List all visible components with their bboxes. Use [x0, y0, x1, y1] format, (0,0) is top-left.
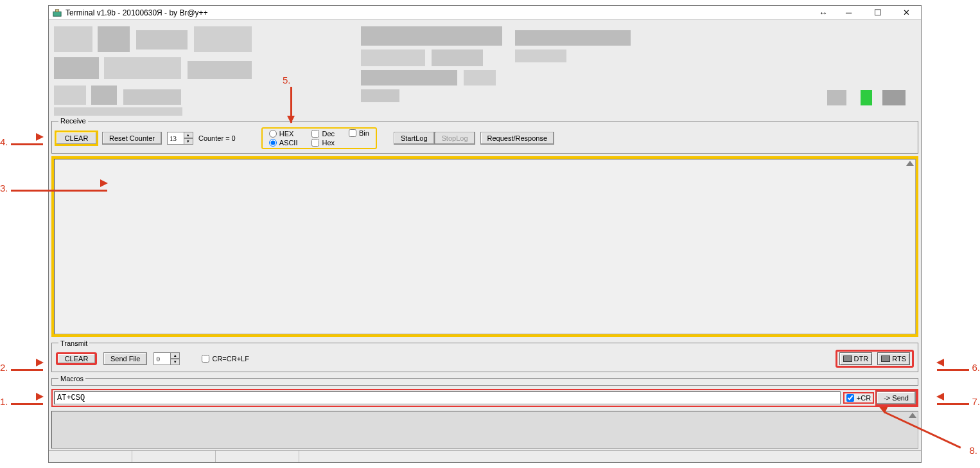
close-button[interactable]: ✕	[892, 6, 921, 20]
maximize-button[interactable]: ☐	[863, 6, 892, 20]
receive-group: Receive CLEAR Reset Counter ▴ ▾ Counter …	[51, 117, 918, 154]
annot-3: 3.	[0, 183, 8, 194]
annot-2: 2.	[0, 362, 8, 373]
svg-rect-0	[53, 12, 61, 16]
tx-scroll-up-icon[interactable]	[909, 413, 916, 418]
top-settings-panel	[49, 20, 921, 116]
send-delay-input[interactable]	[153, 352, 170, 365]
annot-7: 7.	[972, 396, 980, 407]
counter-spin-input[interactable]	[167, 132, 184, 145]
counter-spin-down[interactable]: ▾	[184, 138, 193, 145]
stoplog-button: StopLog	[435, 132, 475, 145]
transmit-textarea[interactable]	[51, 411, 918, 449]
receive-format-group: HEX ASCII Dec Hex Bin	[261, 127, 377, 149]
receive-textarea[interactable]	[54, 159, 916, 334]
transmit-group: Transmit CLEAR Send File ▴ ▾ CR=CR+LF DT…	[51, 339, 918, 372]
cr-crlf-check[interactable]: CR=CR+LF	[202, 355, 249, 363]
check-dec[interactable]: Dec	[311, 130, 335, 138]
command-input[interactable]	[54, 392, 841, 404]
counter-spin-up[interactable]: ▴	[184, 132, 193, 138]
rts-led-icon	[881, 356, 890, 362]
send-delay-down[interactable]: ▾	[170, 359, 180, 365]
send-delay-up[interactable]: ▴	[170, 352, 180, 359]
titlebar: Terminal v1.9b - 20100630Я - by Br@y++ ↔…	[49, 6, 921, 20]
send-button[interactable]: -> Send	[877, 392, 916, 404]
app-icon	[53, 8, 62, 17]
transmit-clear-button[interactable]: CLEAR	[56, 352, 97, 365]
reset-counter-button[interactable]: Reset Counter	[102, 132, 162, 145]
cr-append-check[interactable]: +CR	[844, 393, 873, 402]
annot-4: 4.	[0, 136, 8, 147]
counter-spin[interactable]: ▴ ▾	[167, 132, 193, 145]
transmit-text-wrap	[51, 411, 918, 449]
macros-group: Macros	[51, 375, 918, 386]
request-response-button[interactable]: Request/Response	[480, 132, 555, 145]
rts-button[interactable]: RTS	[877, 352, 910, 365]
dtr-button[interactable]: DTR	[839, 352, 873, 365]
counter-value-label: Counter = 0	[198, 134, 236, 142]
radio-ascii[interactable]: ASCII	[269, 139, 298, 147]
minimize-button[interactable]: ─	[834, 6, 863, 20]
transmit-legend: Transmit	[58, 339, 89, 347]
radio-hex[interactable]: HEX	[269, 130, 298, 138]
receive-legend: Receive	[58, 117, 88, 125]
send-file-button[interactable]: Send File	[103, 352, 147, 365]
check-bin[interactable]: Bin	[349, 129, 369, 137]
annot-8: 8.	[969, 445, 977, 456]
receive-text-wrap	[51, 156, 918, 336]
receive-clear-button[interactable]: CLEAR	[56, 132, 97, 145]
dtr-led-icon	[843, 356, 852, 362]
check-hex[interactable]: Hex	[311, 139, 335, 147]
scroll-up-icon[interactable]	[906, 161, 914, 166]
command-row: +CR -> Send	[51, 389, 918, 407]
send-delay-spin[interactable]: ▴ ▾	[153, 352, 180, 365]
annot-1: 1.	[0, 396, 8, 407]
statusbar	[49, 450, 921, 462]
startlog-button[interactable]: StartLog	[394, 132, 435, 145]
resize-icon: ↔	[819, 8, 828, 18]
macros-legend: Macros	[58, 375, 85, 382]
svg-rect-1	[55, 9, 58, 12]
annot-6: 6.	[972, 362, 980, 373]
app-window: Terminal v1.9b - 20100630Я - by Br@y++ ↔…	[48, 5, 922, 463]
window-title: Terminal v1.9b - 20100630Я - by Br@y++	[66, 8, 208, 17]
